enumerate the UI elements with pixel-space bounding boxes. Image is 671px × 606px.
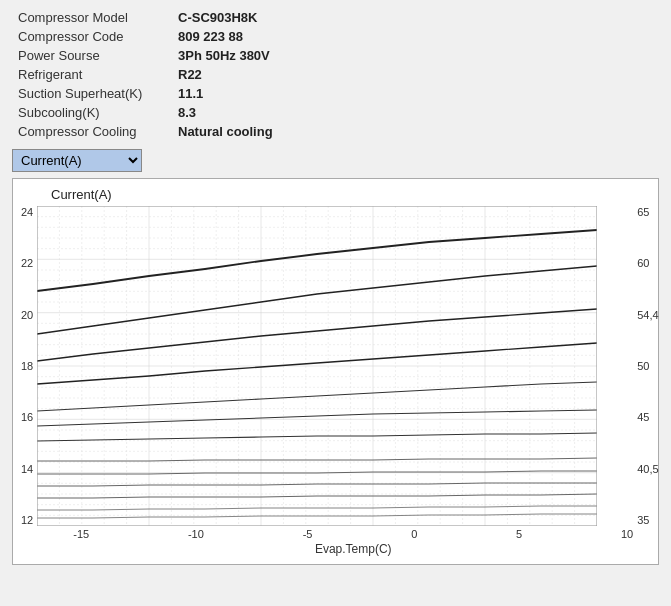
compressor-cooling-label: Compressor Cooling — [12, 122, 172, 141]
chart-wrapper: Current(A) 24 22 20 18 16 14 12 — [12, 178, 659, 565]
x-label-minus15: -15 — [73, 528, 89, 540]
chart-inner: -15 -10 -5 0 5 10 Evap.Temp(C) — [37, 206, 633, 556]
compressor-model-label: Compressor Model — [12, 8, 172, 27]
refrigerant-label: Refrigerant — [12, 65, 172, 84]
x-label-0: 0 — [411, 528, 417, 540]
chart-area: 24 22 20 18 16 14 12 — [21, 206, 654, 556]
compressor-code-value: 809 223 88 — [172, 27, 659, 46]
refrigerant-row: Refrigerant R22 — [12, 65, 659, 84]
y-label-22: 22 — [21, 257, 33, 269]
x-label-minus10: -10 — [188, 528, 204, 540]
x-axis-title: Evap.Temp(C) — [73, 542, 633, 556]
compressor-model-value: C-SC903H8K — [172, 8, 659, 27]
r-label-405: 40,5 — [637, 463, 658, 475]
y-label-16: 16 — [21, 411, 33, 423]
subcooling-row: Subcooling(K) 8.3 — [12, 103, 659, 122]
right-axis: 65 60 54,4 50 45 40,5 35 — [633, 206, 658, 526]
subcooling-label: Subcooling(K) — [12, 103, 172, 122]
suction-superheat-label: Suction Superheat(K) — [12, 84, 172, 103]
y-axis: 24 22 20 18 16 14 12 — [21, 206, 37, 526]
y-label-14: 14 — [21, 463, 33, 475]
compressor-code-label: Compressor Code — [12, 27, 172, 46]
x-axis: -15 -10 -5 0 5 10 — [73, 526, 633, 540]
chart-type-select[interactable]: Current(A) Power(W) Capacity(W) COP — [12, 149, 142, 172]
chart-svg — [37, 206, 597, 526]
r-label-65: 65 — [637, 206, 649, 218]
compressor-cooling-row: Compressor Cooling Natural cooling — [12, 122, 659, 141]
compressor-cooling-value: Natural cooling — [172, 122, 659, 141]
r-label-544: 54,4 — [637, 309, 658, 321]
y-label-12: 12 — [21, 514, 33, 526]
x-label-5: 5 — [516, 528, 522, 540]
suction-superheat-row: Suction Superheat(K) 11.1 — [12, 84, 659, 103]
x-label-10: 10 — [621, 528, 633, 540]
power-source-label: Power Sourse — [12, 46, 172, 65]
r-label-45: 45 — [637, 411, 649, 423]
r-label-35: 35 — [637, 514, 649, 526]
compressor-model-row: Compressor Model C-SC903H8K — [12, 8, 659, 27]
chart-title: Current(A) — [51, 187, 654, 202]
x-label-minus5: -5 — [303, 528, 313, 540]
compressor-code-row: Compressor Code 809 223 88 — [12, 27, 659, 46]
power-source-row: Power Sourse 3Ph 50Hz 380V — [12, 46, 659, 65]
y-label-20: 20 — [21, 309, 33, 321]
suction-superheat-value: 11.1 — [172, 84, 659, 103]
refrigerant-value: R22 — [172, 65, 659, 84]
chart-grid — [37, 206, 597, 526]
subcooling-value: 8.3 — [172, 103, 659, 122]
x-axis-row: -15 -10 -5 0 5 10 — [73, 526, 633, 540]
power-source-value: 3Ph 50Hz 380V — [172, 46, 659, 65]
info-table: Compressor Model C-SC903H8K Compressor C… — [12, 8, 659, 141]
main-container: Compressor Model C-SC903H8K Compressor C… — [0, 0, 671, 573]
r-label-60: 60 — [637, 257, 649, 269]
dropdown-row: Current(A) Power(W) Capacity(W) COP — [12, 149, 659, 172]
y-label-18: 18 — [21, 360, 33, 372]
y-label-24: 24 — [21, 206, 33, 218]
r-label-50: 50 — [637, 360, 649, 372]
